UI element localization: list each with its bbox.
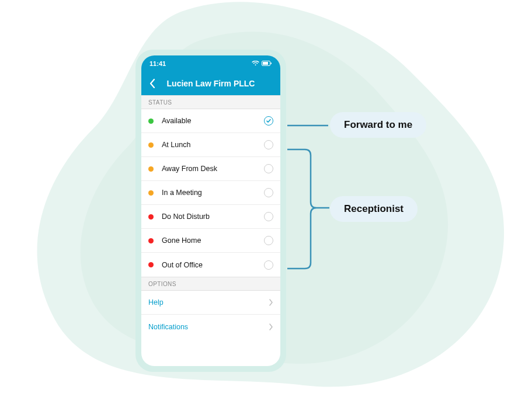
status-color-dot bbox=[148, 214, 154, 220]
options-section-header: OPTIONS bbox=[141, 277, 280, 291]
status-row[interactable]: Available bbox=[141, 109, 280, 133]
page-title: Lucien Law Firm PLLC bbox=[167, 79, 255, 88]
status-row[interactable]: At Lunch bbox=[141, 133, 280, 157]
radio-unselected-icon[interactable] bbox=[264, 236, 273, 245]
svg-rect-2 bbox=[263, 62, 268, 65]
battery-icon bbox=[262, 60, 272, 67]
radio-unselected-icon[interactable] bbox=[264, 164, 273, 173]
svg-rect-3 bbox=[271, 62, 272, 64]
status-row[interactable]: Gone Home bbox=[141, 229, 280, 253]
status-label: Available bbox=[162, 117, 264, 125]
phone-frame: 11:41 Lucien Law Firm PLLC STATUS Availa… bbox=[135, 50, 286, 372]
radio-unselected-icon[interactable] bbox=[264, 140, 273, 149]
option-row[interactable]: Notifications bbox=[141, 315, 280, 339]
wifi-icon bbox=[252, 60, 259, 67]
chevron-left-icon bbox=[149, 79, 155, 88]
status-label: Out of Office bbox=[162, 261, 264, 269]
options-list: HelpNotifications bbox=[141, 291, 280, 339]
status-color-dot bbox=[148, 238, 154, 243]
callout-receptionist: Receptionist bbox=[330, 196, 418, 222]
callout-forward-to-me: Forward to me bbox=[330, 112, 426, 138]
option-label: Help bbox=[148, 298, 269, 307]
radio-unselected-icon[interactable] bbox=[264, 212, 273, 221]
chevron-right-icon bbox=[269, 323, 273, 330]
radio-unselected-icon[interactable] bbox=[264, 188, 273, 197]
status-label: Away From Desk bbox=[162, 165, 264, 173]
ios-status-bar: 11:41 bbox=[141, 55, 280, 72]
status-color-dot bbox=[148, 262, 154, 267]
status-label: In a Meeting bbox=[162, 189, 264, 197]
radio-selected-icon[interactable] bbox=[264, 116, 273, 126]
status-section-header: STATUS bbox=[141, 95, 280, 109]
option-row[interactable]: Help bbox=[141, 291, 280, 315]
status-color-dot bbox=[148, 190, 154, 196]
status-color-dot bbox=[148, 142, 154, 148]
radio-unselected-icon[interactable] bbox=[264, 260, 273, 270]
nav-bar: Lucien Law Firm PLLC bbox=[141, 72, 280, 95]
back-button[interactable] bbox=[148, 79, 157, 88]
option-label: Notifications bbox=[148, 323, 269, 331]
status-label: At Lunch bbox=[162, 141, 264, 149]
status-label: Gone Home bbox=[162, 236, 264, 245]
status-row[interactable]: Do Not Disturb bbox=[141, 205, 280, 229]
status-time: 11:41 bbox=[149, 60, 166, 67]
status-list: AvailableAt LunchAway From DeskIn a Meet… bbox=[141, 109, 280, 277]
status-row[interactable]: In a Meeting bbox=[141, 181, 280, 205]
status-color-dot bbox=[148, 119, 154, 124]
status-row[interactable]: Away From Desk bbox=[141, 157, 280, 181]
status-row[interactable]: Out of Office bbox=[141, 253, 280, 277]
status-color-dot bbox=[148, 166, 154, 172]
status-label: Do Not Disturb bbox=[162, 213, 264, 221]
phone-screen: 11:41 Lucien Law Firm PLLC STATUS Availa… bbox=[141, 55, 280, 366]
chevron-right-icon bbox=[269, 299, 273, 306]
